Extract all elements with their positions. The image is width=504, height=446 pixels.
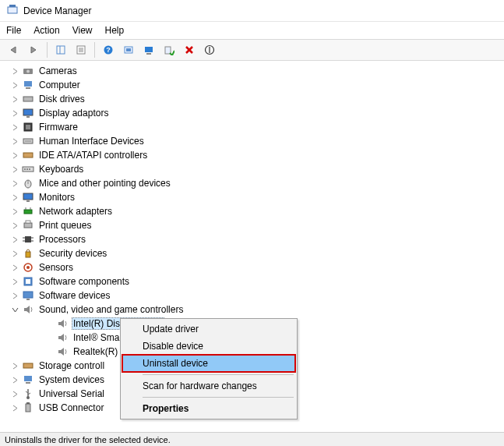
titlebar: Device Manager bbox=[0, 0, 504, 22]
menu-action[interactable]: Action bbox=[33, 25, 59, 36]
svg-text:?: ? bbox=[106, 46, 111, 54]
tree-label: Software components bbox=[37, 276, 131, 287]
chevron-right-icon bbox=[9, 65, 20, 76]
tree-category[interactable]: Processors bbox=[0, 232, 504, 246]
tree-category[interactable]: Software devices bbox=[0, 288, 504, 303]
software-components-icon bbox=[22, 275, 34, 288]
tree-category[interactable]: Display adaptors bbox=[0, 106, 504, 120]
ide-icon bbox=[22, 149, 34, 161]
svg-rect-39 bbox=[24, 223, 32, 228]
tree-category[interactable]: Mice and other pointing devices bbox=[0, 176, 504, 190]
svg-rect-24 bbox=[26, 125, 30, 129]
sound-icon bbox=[56, 317, 69, 330]
scan-button[interactable] bbox=[120, 41, 137, 58]
svg-rect-11 bbox=[126, 48, 131, 51]
svg-rect-18 bbox=[24, 81, 32, 87]
tree-category[interactable]: Monitors bbox=[0, 190, 504, 204]
tree-category[interactable]: Sensors bbox=[0, 260, 504, 274]
ctx-update-driver[interactable]: Update driver bbox=[122, 320, 295, 338]
tree-label: Firmware bbox=[37, 122, 79, 133]
tree-label: Intel® Smar bbox=[72, 332, 125, 343]
chevron-right-icon bbox=[9, 150, 20, 161]
chevron-right-icon bbox=[9, 374, 20, 385]
tree-label: Human Interface Devices bbox=[37, 136, 146, 147]
tree-label: USB Connector bbox=[37, 402, 105, 413]
menubar: File Action View Help bbox=[0, 22, 504, 39]
tree-category[interactable]: Firmware bbox=[0, 120, 504, 134]
tree-label: Security devices bbox=[37, 248, 108, 259]
tree-category[interactable]: Keyboards bbox=[0, 162, 504, 176]
svg-rect-55 bbox=[26, 382, 30, 384]
tree-category[interactable]: Software components bbox=[0, 274, 504, 288]
monitor-icon bbox=[22, 191, 34, 204]
printer-icon bbox=[22, 219, 34, 232]
tree-category[interactable]: Print queues bbox=[0, 218, 504, 232]
tree-category[interactable]: Human Interface Devices bbox=[0, 134, 504, 148]
tree-category-sound[interactable]: Sound, video and game controllers bbox=[0, 303, 504, 317]
tree-category[interactable]: Network adapters bbox=[0, 204, 504, 218]
menu-help[interactable]: Help bbox=[105, 25, 125, 36]
usb-connector-icon bbox=[22, 402, 34, 414]
chevron-right-icon bbox=[9, 94, 20, 104]
svg-rect-12 bbox=[145, 47, 153, 52]
enable-button[interactable] bbox=[160, 41, 178, 58]
svg-rect-40 bbox=[26, 221, 30, 223]
tree-category[interactable]: IDE ATA/ATAPI controllers bbox=[0, 148, 504, 162]
ctx-properties[interactable]: Properties bbox=[122, 400, 295, 417]
sound-icon bbox=[22, 303, 34, 316]
svg-rect-21 bbox=[23, 109, 33, 115]
chevron-right-icon bbox=[9, 164, 20, 175]
tree-category[interactable]: Disk drives bbox=[0, 92, 504, 106]
svg-rect-59 bbox=[26, 402, 30, 404]
tree-label: Universal Serial bbox=[37, 388, 106, 399]
tree-label: IDE ATA/ATAPI controllers bbox=[37, 150, 149, 161]
svg-rect-31 bbox=[29, 168, 30, 170]
computer-icon bbox=[22, 79, 34, 91]
back-button[interactable] bbox=[5, 41, 22, 58]
status-text: Uninstalls the driver for the selected d… bbox=[5, 435, 171, 444]
chevron-right-icon bbox=[9, 276, 20, 287]
software-devices-icon bbox=[22, 289, 34, 302]
toolbar-separator bbox=[94, 42, 95, 58]
svg-rect-53 bbox=[23, 363, 33, 368]
processor-icon bbox=[22, 233, 34, 246]
svg-rect-50 bbox=[26, 279, 30, 284]
context-separator bbox=[143, 374, 294, 375]
system-icon bbox=[22, 373, 34, 386]
forward-button[interactable] bbox=[25, 41, 42, 58]
properties-button[interactable] bbox=[72, 41, 90, 58]
disable-button[interactable] bbox=[201, 41, 218, 58]
tree-label: Display adaptors bbox=[37, 108, 110, 119]
svg-rect-46 bbox=[26, 252, 30, 257]
tree-category[interactable]: Computer bbox=[0, 78, 504, 92]
chevron-right-icon bbox=[9, 220, 20, 231]
tree-category[interactable]: Cameras bbox=[0, 64, 504, 78]
app-icon bbox=[6, 3, 19, 18]
help-button[interactable]: ? bbox=[100, 41, 117, 58]
svg-point-17 bbox=[26, 70, 30, 73]
chevron-right-icon bbox=[9, 360, 20, 371]
tree-label: Software devices bbox=[37, 290, 111, 301]
sensor-icon bbox=[22, 261, 34, 274]
window-title: Device Manager bbox=[23, 5, 91, 16]
tree-label: Storage controll bbox=[37, 360, 106, 371]
display-icon bbox=[22, 107, 34, 119]
ctx-scan-hardware[interactable]: Scan for hardware changes bbox=[122, 377, 295, 395]
tree-label: Monitors bbox=[37, 192, 76, 203]
menu-view[interactable]: View bbox=[72, 25, 93, 36]
tree-label: Sound, video and game controllers bbox=[37, 304, 185, 315]
network-icon bbox=[22, 205, 34, 218]
ctx-uninstall-device[interactable]: Uninstall device bbox=[122, 355, 295, 372]
context-separator bbox=[143, 397, 294, 398]
toolbar: ? bbox=[0, 39, 504, 61]
uninstall-button[interactable] bbox=[181, 41, 198, 58]
update-driver-button[interactable] bbox=[140, 41, 157, 58]
chevron-right-icon bbox=[9, 122, 20, 133]
menu-file[interactable]: File bbox=[6, 25, 21, 36]
firmware-icon bbox=[22, 121, 34, 133]
ctx-disable-device[interactable]: Disable device bbox=[122, 338, 295, 355]
mouse-icon bbox=[22, 177, 34, 189]
tree-category[interactable]: Security devices bbox=[0, 246, 504, 260]
show-hide-console-button[interactable] bbox=[52, 41, 69, 58]
chevron-right-icon bbox=[9, 388, 20, 399]
